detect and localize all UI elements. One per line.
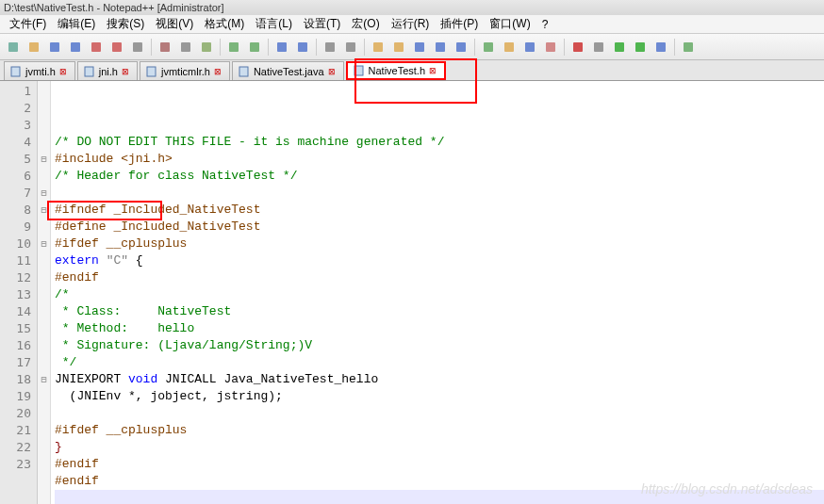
tab-jvmti-h[interactable]: jvmti.h⊠ <box>4 61 75 80</box>
line-number-gutter: 1234567891011121314151617181920212223 <box>0 81 38 504</box>
new-file-icon[interactable] <box>4 38 23 57</box>
record-icon[interactable] <box>569 38 587 57</box>
all-chars-icon[interactable] <box>431 38 450 57</box>
spell-icon[interactable] <box>679 38 698 57</box>
undo-icon[interactable] <box>224 38 243 57</box>
cut-icon[interactable] <box>156 38 174 57</box>
code-line[interactable]: #include <jni.h> <box>55 151 824 168</box>
code-line[interactable]: * Method: hello <box>55 320 824 337</box>
fold-marker[interactable]: ⊟ <box>38 202 50 219</box>
svg-rect-0 <box>8 42 18 52</box>
svg-rect-14 <box>325 42 335 52</box>
code-line[interactable]: /* Header for class NativeTest */ <box>55 168 824 185</box>
code-line[interactable]: * Class: NativeTest <box>55 303 824 320</box>
tab-close-icon[interactable]: ⊠ <box>59 67 69 76</box>
code-line[interactable]: (JNIEnv *, jobject, jstring); <box>55 388 824 405</box>
menu-search[interactable]: 搜索(S) <box>101 14 150 34</box>
fold-marker[interactable]: ⊟ <box>38 151 50 168</box>
code-line[interactable]: /* <box>55 286 824 303</box>
menu-format[interactable]: 格式(M) <box>199 14 250 34</box>
zoom-out-icon[interactable] <box>341 38 360 57</box>
redo-icon[interactable] <box>245 38 264 57</box>
svg-rect-30 <box>684 42 693 52</box>
code-line[interactable]: extern "C" { <box>55 252 824 269</box>
editor: 1234567891011121314151617181920212223 ⊟⊟… <box>0 81 824 504</box>
code-line[interactable] <box>55 405 824 422</box>
menu-settings[interactable]: 设置(T) <box>298 14 346 34</box>
line-number: 22 <box>0 439 31 456</box>
code-line[interactable]: #ifdef __cplusplus <box>55 236 824 252</box>
code-line[interactable]: #endif <box>55 456 824 473</box>
menu-file[interactable]: 文件(F) <box>4 14 52 34</box>
zoom-in-icon[interactable] <box>321 38 339 57</box>
svg-rect-1 <box>29 42 39 52</box>
fold-marker[interactable]: ⊟ <box>38 236 50 252</box>
menu-language[interactable]: 语言(L) <box>250 14 298 34</box>
save-macro-icon[interactable] <box>651 38 670 57</box>
tab-close-icon[interactable]: ⊠ <box>328 67 338 76</box>
copy-icon[interactable] <box>176 38 195 57</box>
fold-gutter[interactable]: ⊟⊟⊟⊟⊟ <box>38 81 51 504</box>
file-icon <box>10 66 22 77</box>
code-line[interactable]: } <box>55 439 824 456</box>
fold-marker[interactable]: ⊟ <box>38 185 50 202</box>
func-list-icon[interactable] <box>520 38 539 57</box>
replace-icon[interactable] <box>293 38 312 57</box>
tab-NativeTest-java[interactable]: NativeTest.java⊠ <box>232 61 344 80</box>
line-number: 7 <box>0 185 31 202</box>
code-line[interactable]: #endif <box>55 269 824 286</box>
tab-close-icon[interactable]: ⊠ <box>429 66 438 75</box>
line-number: 5 <box>0 151 31 168</box>
menu-help[interactable]: ? <box>536 16 554 33</box>
replay-icon[interactable] <box>631 38 650 57</box>
menu-macro[interactable]: 宏(O) <box>346 14 385 34</box>
code-line[interactable]: */ <box>55 354 824 371</box>
tab-jni-h[interactable]: jni.h⊠ <box>77 61 138 80</box>
code-area[interactable]: /* DO NOT EDIT THIS FILE - it is machine… <box>51 81 824 504</box>
save-all-icon[interactable] <box>66 38 85 57</box>
tab-jvmticmlr-h[interactable]: jvmticmlr.h⊠ <box>140 61 230 80</box>
svg-rect-7 <box>160 42 170 52</box>
menu-edit[interactable]: 编辑(E) <box>52 14 101 34</box>
toolbar <box>0 34 824 60</box>
indent-guide-icon[interactable] <box>452 38 470 57</box>
paste-icon[interactable] <box>197 38 216 57</box>
tab-NativeTest-h[interactable]: NativeTest.h⊠ <box>346 61 447 80</box>
toolbar-separator <box>316 39 317 56</box>
menu-view[interactable]: 视图(V) <box>150 14 199 34</box>
sync-v-icon[interactable] <box>369 38 387 57</box>
folder-icon[interactable] <box>541 38 560 57</box>
code-line[interactable]: #ifndef _Included_NativeTest <box>55 202 824 219</box>
tab-close-icon[interactable]: ⊠ <box>214 67 223 76</box>
wrap-icon[interactable] <box>410 38 429 57</box>
code-line[interactable]: * Signature: (Ljava/lang/String;)V <box>55 337 824 354</box>
code-line[interactable]: #endif <box>55 473 824 490</box>
line-number: 9 <box>0 219 31 236</box>
fold-marker <box>38 422 50 439</box>
menu-run[interactable]: 运行(R) <box>386 14 436 34</box>
fold-marker <box>38 456 50 473</box>
open-file-icon[interactable] <box>25 38 43 57</box>
menu-window[interactable]: 窗口(W) <box>484 14 536 34</box>
fold-marker[interactable]: ⊟ <box>38 371 50 388</box>
find-icon[interactable] <box>272 38 291 57</box>
code-line[interactable]: /* DO NOT EDIT THIS FILE - it is machine… <box>55 134 824 151</box>
code-line[interactable]: #define _Included_NativeTest <box>55 219 824 236</box>
doc-map-icon[interactable] <box>500 38 519 57</box>
close-icon[interactable] <box>87 38 106 57</box>
save-icon[interactable] <box>45 38 64 57</box>
code-line[interactable]: JNIEXPORT void JNICALL Java_NativeTest_h… <box>55 371 824 388</box>
print-icon[interactable] <box>128 38 147 57</box>
play-icon[interactable] <box>610 38 629 57</box>
tab-label: jni.h <box>99 66 118 77</box>
code-line[interactable] <box>55 185 824 202</box>
tab-close-icon[interactable]: ⊠ <box>122 67 131 76</box>
code-line[interactable] <box>55 490 824 504</box>
stop-icon[interactable] <box>589 38 608 57</box>
lang-icon[interactable] <box>479 38 498 57</box>
line-number: 18 <box>0 371 31 388</box>
menu-plugins[interactable]: 插件(P) <box>435 14 484 34</box>
close-all-icon[interactable] <box>107 38 126 57</box>
sync-h-icon[interactable] <box>389 38 408 57</box>
code-line[interactable]: #ifdef __cplusplus <box>55 422 824 439</box>
